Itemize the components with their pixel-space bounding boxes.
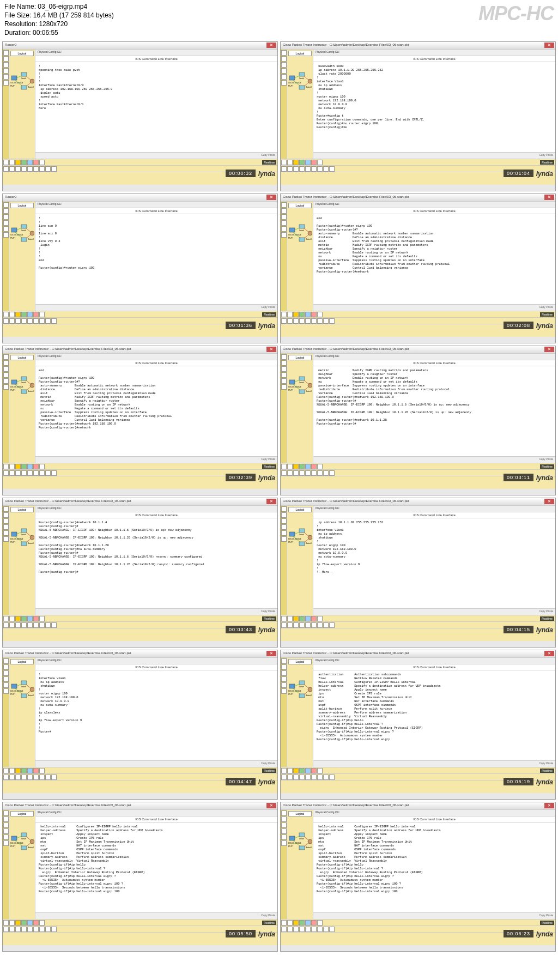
device-icon[interactable] [299, 768, 305, 773]
close-icon[interactable]: ✕ [544, 803, 554, 808]
device-icon[interactable] [21, 160, 27, 165]
device-icon[interactable] [281, 616, 287, 621]
device-icon[interactable] [15, 166, 21, 172]
tool-icon[interactable] [281, 208, 287, 214]
device-icon[interactable] [9, 775, 15, 780]
device-icon[interactable] [311, 616, 317, 621]
tool-icon[interactable] [281, 506, 287, 512]
device-icon[interactable] [317, 622, 323, 628]
device-icon[interactable] [21, 464, 27, 469]
device-icon[interactable] [27, 166, 33, 172]
tool-icon[interactable] [281, 524, 287, 530]
device-icon[interactable] [329, 318, 335, 324]
device-icon[interactable] [287, 464, 293, 469]
cli-tabs[interactable]: Physical Config CLI [35, 50, 277, 56]
cli-tabs[interactable]: Physical Config CLI [313, 202, 555, 208]
close-icon[interactable]: ✕ [266, 803, 276, 808]
tool-icon[interactable] [3, 840, 9, 846]
device-icon[interactable] [3, 318, 9, 324]
device-icon[interactable] [3, 927, 9, 932]
cli-tabs[interactable]: Physical Config CLI [35, 506, 277, 512]
device-icon[interactable] [287, 318, 293, 324]
device-icon[interactable] [293, 318, 299, 324]
cli-output[interactable]: metric Modify IGRP routing metrics and p… [313, 366, 555, 456]
device-icon[interactable] [3, 312, 9, 317]
device-icon[interactable] [329, 166, 335, 172]
device-icon[interactable] [299, 775, 305, 780]
tool-icon[interactable] [281, 372, 287, 378]
device-icon[interactable] [299, 920, 305, 925]
device-icon[interactable] [323, 775, 329, 780]
device-icon[interactable] [9, 160, 15, 165]
device-icon[interactable] [293, 622, 299, 628]
tool-icon[interactable] [3, 74, 9, 80]
tool-icon[interactable] [3, 518, 9, 524]
tool-icon[interactable] [3, 682, 9, 688]
cli-footer[interactable]: Copy Paste [313, 456, 555, 463]
device-icon[interactable] [45, 470, 51, 476]
device-icon[interactable] [51, 318, 57, 324]
tool-icon[interactable] [3, 232, 9, 238]
device-icon[interactable] [305, 312, 311, 317]
tool-icon[interactable] [3, 56, 9, 62]
device-icon[interactable] [305, 622, 311, 628]
close-icon[interactable]: ✕ [544, 195, 554, 200]
tool-icon[interactable] [3, 50, 9, 56]
device-icon[interactable] [299, 927, 305, 932]
device-icon[interactable] [287, 927, 293, 932]
tool-icon[interactable] [3, 512, 9, 518]
close-icon[interactable]: ✕ [544, 651, 554, 656]
device-icon[interactable] [323, 166, 329, 172]
device-icon[interactable] [9, 920, 15, 925]
device-icon[interactable] [27, 470, 33, 476]
device-icon[interactable] [287, 470, 293, 476]
device-icon[interactable] [33, 616, 39, 621]
tool-icon[interactable] [3, 220, 9, 226]
device-icon[interactable] [9, 312, 15, 317]
device-icon[interactable] [317, 160, 323, 165]
device-icon[interactable] [299, 470, 305, 476]
device-icon[interactable] [9, 927, 15, 932]
tool-icon[interactable] [281, 688, 287, 694]
cli-tabs[interactable]: Physical Config CLI [313, 354, 555, 360]
device-icon[interactable] [329, 775, 335, 780]
device-icon[interactable] [3, 622, 9, 628]
device-icon[interactable] [27, 920, 33, 925]
tool-icon[interactable] [281, 670, 287, 676]
tool-icon[interactable] [3, 354, 9, 360]
tool-icon[interactable] [281, 220, 287, 226]
device-icon[interactable] [281, 166, 287, 172]
device-icon[interactable] [27, 160, 33, 165]
tool-icon[interactable] [3, 664, 9, 670]
device-icon[interactable] [45, 166, 51, 172]
device-icon[interactable] [39, 927, 45, 932]
device-icon[interactable] [293, 464, 299, 469]
tool-icon[interactable] [3, 384, 9, 390]
device-icon[interactable] [15, 464, 21, 469]
device-icon[interactable] [317, 920, 323, 925]
realtime-badge[interactable]: Realtime [540, 312, 554, 317]
device-icon[interactable] [39, 775, 45, 780]
cli-output[interactable]: ! interface Vlan1 no ip address shutdown… [35, 670, 277, 760]
tool-icon[interactable] [281, 682, 287, 688]
device-icon[interactable] [33, 470, 39, 476]
device-icon[interactable] [21, 616, 27, 621]
tool-icon[interactable] [281, 530, 287, 536]
tool-icon[interactable] [3, 202, 9, 208]
device-icon[interactable] [287, 622, 293, 628]
device-icon[interactable] [21, 775, 27, 780]
device-icon[interactable] [33, 160, 39, 165]
device-icon[interactable] [51, 927, 57, 932]
device-icon[interactable] [9, 166, 15, 172]
tool-icon[interactable] [3, 688, 9, 694]
cli-output[interactable]: end Router(config)#router eigrp 100 Rout… [35, 366, 277, 456]
tool-icon[interactable] [281, 834, 287, 840]
device-icon[interactable] [299, 160, 305, 165]
tool-icon[interactable] [281, 360, 287, 366]
close-icon[interactable]: ✕ [266, 195, 276, 200]
device-icon[interactable] [329, 622, 335, 628]
logical-button[interactable]: Logical [288, 51, 312, 56]
tool-icon[interactable] [281, 354, 287, 360]
device-icon[interactable] [293, 312, 299, 317]
device-icon[interactable] [51, 775, 57, 780]
